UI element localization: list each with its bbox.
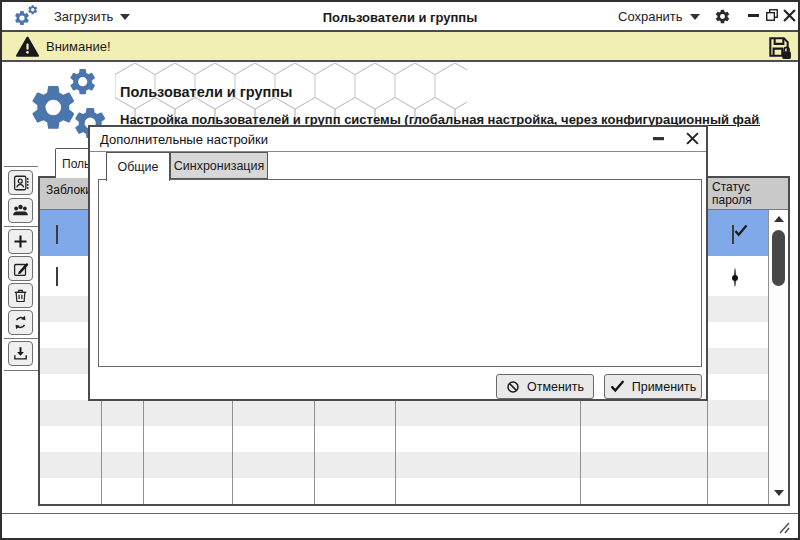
apply-button[interactable]: Применить <box>604 374 702 399</box>
plus-icon <box>12 233 29 250</box>
table-row-empty <box>40 426 768 452</box>
warning-bar: Внимание! <box>2 32 798 62</box>
edit-button[interactable] <box>8 256 33 281</box>
column-header-password-status[interactable]: Статус пароля <box>712 181 768 207</box>
groups-view-button[interactable] <box>8 198 33 223</box>
title-bar: Загрузить Пользователи и группы Сохранит… <box>2 2 798 32</box>
chevron-down-icon <box>120 14 130 20</box>
password-status-radio[interactable] <box>734 268 736 287</box>
locked-checkbox[interactable] <box>56 225 58 244</box>
cancel-button[interactable]: Отменить <box>496 374 594 399</box>
application-window: Загрузить Пользователи и группы Сохранит… <box>0 0 800 540</box>
refresh-icon <box>12 314 29 331</box>
import-button[interactable] <box>8 341 33 366</box>
dialog-close-button[interactable] <box>686 132 699 145</box>
password-status-checkbox-checked[interactable] <box>732 225 734 244</box>
status-bar <box>2 513 798 538</box>
import-download-icon <box>12 345 29 362</box>
cancel-label: Отменить <box>527 380 584 394</box>
dialog-minimize-button[interactable] <box>653 137 664 141</box>
load-menu[interactable]: Загрузить <box>54 9 130 24</box>
save-lock-icon[interactable] <box>766 34 792 60</box>
maximize-button[interactable] <box>765 8 779 22</box>
dialog-tab-sync[interactable]: Синхронизация <box>170 152 268 179</box>
dialog-tab-general-label: Общие <box>117 160 158 174</box>
refresh-button[interactable] <box>8 310 33 335</box>
add-button[interactable] <box>8 229 33 254</box>
save-menu[interactable]: Сохранить <box>618 9 700 24</box>
table-row-empty <box>40 400 768 426</box>
cancel-icon <box>506 380 520 394</box>
trash-icon <box>12 287 29 304</box>
settings-gear-button[interactable] <box>714 8 731 25</box>
dialog-general-panel <box>98 179 702 367</box>
apply-label: Применить <box>632 380 697 394</box>
resize-grip[interactable] <box>777 521 791 534</box>
users-view-button[interactable] <box>8 170 33 195</box>
scroll-up-icon[interactable] <box>774 216 784 222</box>
page-title: Пользователи и группы <box>120 84 292 100</box>
toolbar-separator <box>4 166 38 167</box>
dialog-title: Дополнительные настройки <box>100 132 268 147</box>
edit-pencil-icon <box>12 260 30 278</box>
user-card-icon <box>12 174 30 192</box>
scrollbar-thumb[interactable] <box>772 230 785 286</box>
toolbar-separator <box>4 226 38 227</box>
save-menu-label: Сохранить <box>618 9 683 24</box>
load-menu-label: Загрузить <box>54 9 113 24</box>
app-logo-gears-icon <box>12 4 42 30</box>
warning-icon <box>15 35 40 59</box>
additional-settings-dialog: Дополнительные настройки Общие Синхрониз… <box>88 125 708 401</box>
close-button[interactable] <box>783 9 796 22</box>
warning-message: Внимание! <box>46 39 111 54</box>
dialog-tab-general[interactable]: Общие <box>106 152 170 181</box>
user-group-icon <box>11 201 30 220</box>
chevron-down-icon <box>690 14 700 20</box>
vertical-scrollbar[interactable] <box>768 210 788 504</box>
table-row-empty <box>40 478 768 504</box>
table-row-empty <box>40 452 768 478</box>
dialog-title-bar: Дополнительные настройки <box>90 127 706 152</box>
check-icon <box>610 380 625 393</box>
delete-button[interactable] <box>8 283 33 308</box>
toolbar-separator <box>4 338 38 339</box>
dialog-tab-sync-label: Синхронизация <box>174 159 265 173</box>
minimize-button[interactable] <box>748 14 760 18</box>
locked-checkbox[interactable] <box>56 267 58 286</box>
window-title: Пользователи и группы <box>252 10 548 25</box>
scroll-down-icon[interactable] <box>774 490 784 496</box>
toolbar-separator <box>4 370 38 371</box>
